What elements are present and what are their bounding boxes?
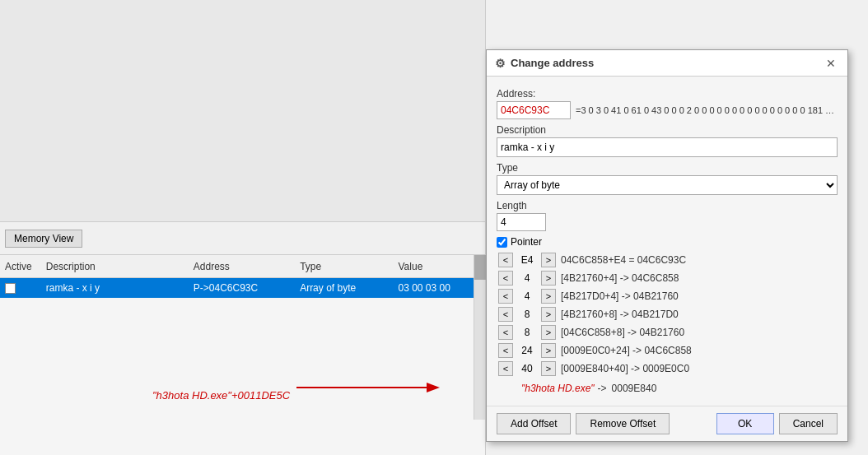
pointer-table: < E4 > 04C6C858+E4 = 04C6C93C < 4 > [4B2… (497, 251, 838, 378)
pointer-right-btn[interactable]: > (541, 289, 556, 304)
pointer-left-btn[interactable]: < (498, 253, 513, 267)
col-header-description: Description (46, 261, 194, 272)
pointer-right-btn[interactable]: > (541, 325, 556, 340)
pointer-table-row: < 40 > [0009E840+40] -> 0009E0C0 (497, 360, 838, 378)
cancel-button[interactable]: Cancel (779, 413, 838, 434)
type-cell: Array of byte (300, 282, 398, 294)
pointer-expr: [4B217D0+4] -> 04B21760 (558, 287, 838, 305)
red-annotation: "h3hota HD.exe"+0011DE5C (152, 389, 290, 402)
memory-panel: Memory View Active Description Address T… (0, 0, 486, 455)
pointer-table-row: < 4 > [4B21760+4] -> 04C6C858 (497, 269, 838, 287)
description-label: Description (497, 124, 838, 136)
table-header: Active Description Address Type Value (0, 255, 485, 278)
address-cell: P->04C6C93C (194, 282, 300, 294)
description-cell: ramka - x i y (46, 282, 194, 294)
pointer-expr: [4B21760+8] -> 04B217D0 (558, 305, 838, 323)
base-addr-label: "h3hota HD.exe" (521, 383, 595, 394)
col-header-type: Type (300, 261, 398, 272)
address-row: =3 0 3 0 41 0 61 0 43 0 0 0 2 0 0 0 0 0 … (497, 101, 838, 119)
length-input[interactable] (497, 213, 546, 231)
pointer-offset-val: 8 (515, 323, 539, 341)
pointer-table-row: < 8 > [04C6C858+8] -> 04B21760 (497, 323, 838, 341)
change-address-dialog: ⚙ Change address ✕ Address: =3 0 3 0 41 … (486, 49, 848, 442)
address-expanded-value: =3 0 3 0 41 0 61 0 43 0 0 0 2 0 0 0 0 0 … (576, 105, 838, 115)
pointer-left-btn[interactable]: < (498, 343, 513, 358)
pointer-offset-val: 40 (515, 360, 539, 378)
dialog-titlebar: ⚙ Change address ✕ (487, 50, 847, 77)
pointer-offset-val: 24 (515, 341, 539, 360)
base-addr-value: 0009E840 (612, 383, 657, 394)
pointer-row: Pointer (497, 236, 838, 248)
base-address-row: "h3hota HD.exe" -> 0009E840 (497, 379, 838, 397)
pointer-table-row: < 24 > [0009E0C0+24] -> 04C6C858 (497, 341, 838, 360)
ok-button[interactable]: OK (716, 413, 774, 434)
pointer-expr: [4B21760+4] -> 04C6C858 (558, 269, 838, 287)
pointer-expr: [04C6C858+8] -> 04B21760 (558, 323, 838, 341)
pointer-expr: [0009E840+40] -> 0009E0C0 (558, 360, 838, 378)
active-cell (5, 283, 46, 294)
active-checkbox[interactable] (5, 283, 16, 294)
pointer-left-btn[interactable]: < (498, 289, 513, 304)
pointer-expr: [0009E0C0+24] -> 04C6C858 (558, 341, 838, 360)
dialog-gear-icon: ⚙ (495, 57, 506, 70)
pointer-table-row: < 4 > [4B217D0+4] -> 04B21760 (497, 287, 838, 305)
dialog-close-button[interactable]: ✕ (823, 55, 839, 72)
address-input[interactable] (497, 101, 571, 119)
memory-view-button[interactable]: Memory View (5, 230, 82, 248)
pointer-offset-val: E4 (515, 251, 539, 269)
base-addr-arrow: -> (598, 383, 607, 394)
pointer-expr: 04C6C858+E4 = 04C6C93C (558, 251, 838, 269)
address-label: Address: (497, 88, 838, 100)
col-header-address: Address (194, 261, 300, 272)
pointer-right-btn[interactable]: > (541, 361, 556, 376)
value-cell: 03 00 03 00 (399, 282, 480, 294)
dialog-buttons: Add Offset Remove Offset OK Cancel (487, 406, 847, 441)
pointer-left-btn[interactable]: < (498, 307, 513, 322)
pointer-table-row: < 8 > [4B21760+8] -> 04B217D0 (497, 305, 838, 323)
pointer-right-btn[interactable]: > (541, 253, 556, 267)
table-row[interactable]: ramka - x i y P->04C6C93C Array of byte … (0, 278, 485, 298)
description-input[interactable] (497, 137, 838, 157)
col-header-value: Value (399, 261, 480, 272)
pointer-checkbox[interactable] (497, 237, 507, 248)
pointer-left-btn[interactable]: < (498, 271, 513, 286)
pointer-left-btn[interactable]: < (498, 361, 513, 376)
main-area: Memory View Active Description Address T… (0, 0, 868, 455)
length-label: Length (497, 200, 838, 211)
col-header-active: Active (5, 261, 46, 272)
pointer-offset-val: 8 (515, 305, 539, 323)
pointer-right-btn[interactable]: > (541, 307, 556, 322)
dialog-title-text: Change address (511, 57, 594, 69)
pointer-offset-val: 4 (515, 287, 539, 305)
dialog-title: ⚙ Change address (495, 57, 594, 70)
pointer-right-btn[interactable]: > (541, 271, 556, 286)
pointer-offset-val: 4 (515, 269, 539, 287)
pointer-label: Pointer (511, 236, 542, 248)
remove-offset-button[interactable]: Remove Offset (576, 413, 670, 434)
dialog-body: Address: =3 0 3 0 41 0 61 0 43 0 0 0 2 0… (487, 77, 847, 406)
add-offset-button[interactable]: Add Offset (497, 413, 571, 434)
pointer-table-row: < E4 > 04C6C858+E4 = 04C6C93C (497, 251, 838, 269)
memory-toolbar: Memory View (0, 222, 485, 255)
type-select[interactable]: Array of byte4 Bytes2 Bytes1 ByteFloatDo… (497, 175, 838, 195)
pointer-left-btn[interactable]: < (498, 325, 513, 340)
red-arrow (292, 371, 457, 404)
pointer-right-btn[interactable]: > (541, 343, 556, 358)
type-label: Type (497, 162, 838, 174)
